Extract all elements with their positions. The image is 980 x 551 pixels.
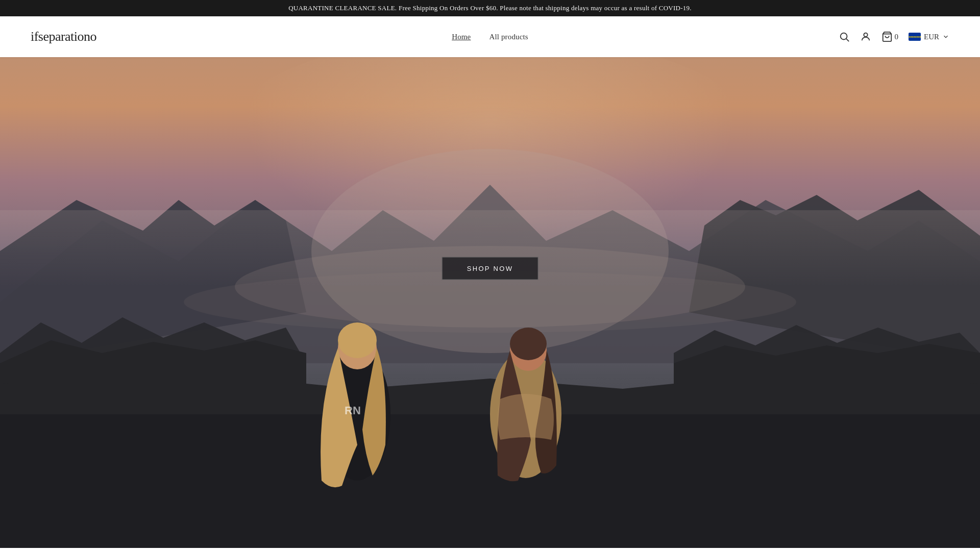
cart-count: 0 [895,33,899,41]
cart-icon [881,31,893,42]
svg-line-1 [846,39,849,41]
cart-button[interactable]: 0 [881,31,899,42]
currency-label: EUR [924,33,939,41]
header: ifseparationo Home All products [0,16,980,57]
announcement-bar: QUARANTINE CLEARANCE SALE. Free Shipping… [0,0,980,16]
account-button[interactable] [860,31,871,42]
announcement-text: QUARANTINE CLEARANCE SALE. Free Shipping… [288,4,692,12]
svg-point-24 [510,328,547,360]
main-nav: Home All products [452,33,528,41]
search-button[interactable] [839,31,850,42]
eu-flag-icon [909,33,921,41]
currency-selector[interactable]: EUR [909,33,949,41]
nav-link-all-products[interactable]: All products [489,33,528,41]
user-icon [860,31,871,42]
svg-text:RN: RN [345,404,361,417]
header-actions: 0 EUR [839,31,950,42]
hero-section: RN SHOP NOW [0,57,980,548]
svg-point-0 [840,33,847,40]
logo[interactable]: ifseparationo [31,29,96,44]
hero-background: RN [0,57,980,548]
svg-point-20 [338,322,377,358]
svg-marker-15 [0,373,980,414]
search-icon [839,31,850,42]
svg-point-2 [864,33,867,37]
chevron-down-icon [942,33,949,40]
nav-link-home[interactable]: Home [452,33,471,41]
shop-now-button[interactable]: SHOP NOW [442,257,538,280]
